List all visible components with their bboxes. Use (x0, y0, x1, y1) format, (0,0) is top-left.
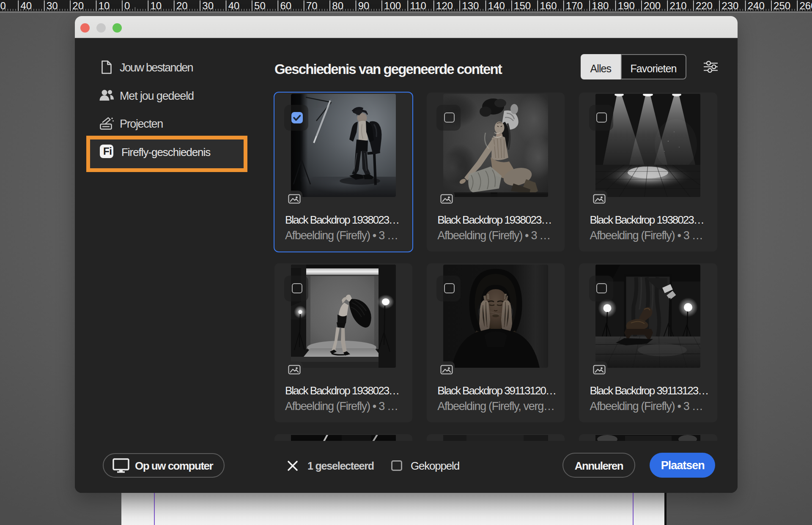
svg-text:220: 220 (696, 0, 713, 11)
svg-text:240: 240 (748, 0, 765, 11)
svg-text:180: 180 (592, 0, 609, 11)
svg-text:130: 130 (462, 0, 479, 11)
svg-text:160: 160 (540, 0, 557, 11)
svg-text:190: 190 (618, 0, 635, 11)
svg-text:250: 250 (774, 0, 790, 11)
svg-text:210: 210 (670, 0, 687, 11)
svg-text:200: 200 (644, 0, 661, 11)
svg-text:120: 120 (436, 0, 453, 11)
svg-text:170: 170 (566, 0, 583, 11)
svg-text:140: 140 (488, 0, 505, 11)
svg-text:100: 100 (384, 0, 401, 11)
svg-text:150: 150 (514, 0, 531, 11)
svg-text:230: 230 (721, 0, 738, 11)
svg-text:50: 50 (0, 0, 6, 11)
